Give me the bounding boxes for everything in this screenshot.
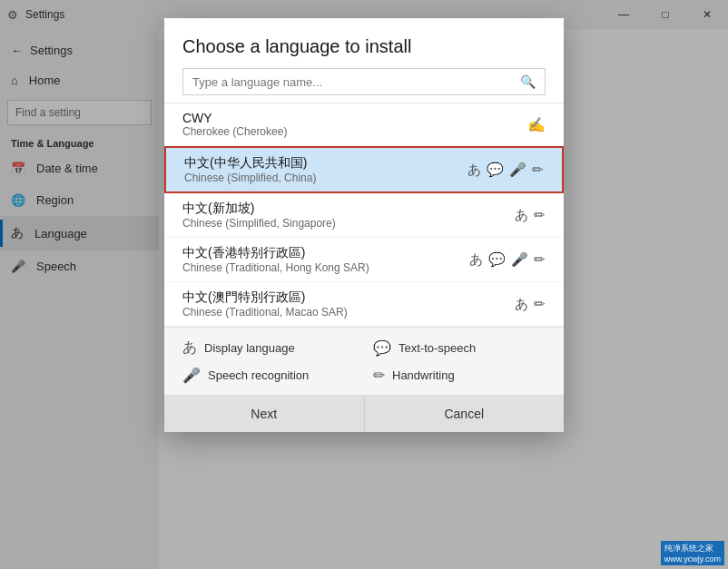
feature-handwriting: ✏ Handwriting xyxy=(373,367,546,384)
search-icon: 🔍 xyxy=(520,74,536,89)
lang-icons-zh-mo: あ ✏ xyxy=(515,296,546,313)
edit-icon-zh-mo: ✏ xyxy=(534,296,546,312)
modal-overlay: Choose a language to install 🔍 CWY Chero… xyxy=(0,0,728,569)
language-search-input[interactable] xyxy=(192,75,520,89)
dialog-buttons: Next Cancel xyxy=(164,395,564,432)
lang-name-zh-cn: 中文(中华人民共和国) xyxy=(184,155,467,172)
lang-icons-zh-sg: あ ✏ xyxy=(515,207,546,224)
text-to-speech-label: Text-to-speech xyxy=(398,341,476,355)
lang-icons-zh-cn: あ 💬 🎤 ✏ xyxy=(467,162,544,179)
handwriting-icon: ✏ xyxy=(373,367,385,384)
display-language-label: Display language xyxy=(204,341,295,355)
lang-icons-cwy: ✍ xyxy=(527,116,546,133)
language-item-zh-sg-text: 中文(新加坡) Chinese (Simplified, Singapore) xyxy=(182,201,515,230)
language-item-zh-hk[interactable]: 中文(香港特别行政區) Chinese (Traditional, Hong K… xyxy=(164,238,564,282)
edit-icon-zh-cn: ✏ xyxy=(532,162,544,178)
language-item-zh-mo-text: 中文(澳門特別行政區) Chinese (Traditional, Macao … xyxy=(182,289,515,319)
handwriting-label: Handwriting xyxy=(392,368,455,382)
edit-icon-zh-hk: ✏ xyxy=(534,251,546,268)
display-language-icon: あ xyxy=(182,338,197,358)
chat-icon-zh-cn: 💬 xyxy=(487,162,504,178)
mic-icon-zh-hk: 🎤 xyxy=(511,251,528,268)
feature-display-language: あ Display language xyxy=(182,338,355,358)
language-item-zh-hk-text: 中文(香港特别行政區) Chinese (Traditional, Hong K… xyxy=(182,245,469,274)
display-lang-icon-zh-hk: あ xyxy=(469,251,483,269)
language-item-zh-mo[interactable]: 中文(澳門特別行政區) Chinese (Traditional, Macao … xyxy=(164,282,564,327)
language-install-dialog: Choose a language to install 🔍 CWY Chero… xyxy=(164,18,564,432)
language-item-cwy-text: CWY Cherokee (Cherokee) xyxy=(182,111,527,138)
feature-speech-recognition: 🎤 Speech recognition xyxy=(182,367,355,384)
speech-recognition-icon: 🎤 xyxy=(182,367,201,384)
lang-subname-zh-cn: Chinese (Simplified, China) xyxy=(184,172,467,184)
display-lang-icon-zh-mo: あ xyxy=(515,296,528,313)
display-lang-icon-zh-sg: あ xyxy=(515,207,528,224)
feature-section: あ Display language 💬 Text-to-speech 🎤 Sp… xyxy=(164,327,564,395)
dialog-search-container: 🔍 xyxy=(182,68,546,95)
lang-icons-zh-hk: あ 💬 🎤 ✏ xyxy=(469,251,546,269)
display-lang-icon-zh-cn: あ xyxy=(467,162,481,179)
lang-subname-cwy: Cherokee (Cherokee) xyxy=(182,125,527,138)
language-item-zh-sg[interactable]: 中文(新加坡) Chinese (Simplified, Singapore) … xyxy=(164,193,564,238)
language-item-cwy[interactable]: CWY Cherokee (Cherokee) ✍ xyxy=(164,103,564,146)
lang-name-zh-mo: 中文(澳門特別行政區) xyxy=(182,289,515,306)
language-item-zh-cn-text: 中文(中华人民共和国) Chinese (Simplified, China) xyxy=(184,155,467,184)
lang-subname-zh-hk: Chinese (Traditional, Hong Kong SAR) xyxy=(182,261,469,274)
lang-name-zh-hk: 中文(香港特别行政區) xyxy=(182,245,469,261)
language-item-zh-cn[interactable]: 中文(中华人民共和国) Chinese (Simplified, China) … xyxy=(164,146,564,193)
lang-name-cwy: CWY xyxy=(182,111,527,125)
text-to-speech-icon: 💬 xyxy=(373,339,391,357)
speech-recognition-label: Speech recognition xyxy=(208,368,309,382)
dialog-title: Choose a language to install xyxy=(164,18,564,68)
feature-text-to-speech: 💬 Text-to-speech xyxy=(373,338,546,358)
edit-icon-zh-sg: ✏ xyxy=(534,207,546,223)
feature-grid: あ Display language 💬 Text-to-speech 🎤 Sp… xyxy=(182,338,546,384)
handwriting-icon-cwy: ✍ xyxy=(527,116,546,133)
lang-subname-zh-sg: Chinese (Simplified, Singapore) xyxy=(182,217,515,230)
language-list: CWY Cherokee (Cherokee) ✍ 中文(中华人民共和国) Ch… xyxy=(164,103,564,327)
next-button[interactable]: Next xyxy=(164,396,365,432)
mic-icon-zh-cn: 🎤 xyxy=(509,162,526,178)
cancel-button[interactable]: Cancel xyxy=(365,396,565,432)
watermark: 纯净系统之家www.ycwjy.com xyxy=(661,541,724,565)
chat-icon-zh-hk: 💬 xyxy=(488,251,506,268)
lang-subname-zh-mo: Chinese (Traditional, Macao SAR) xyxy=(182,306,515,319)
lang-name-zh-sg: 中文(新加坡) xyxy=(182,201,515,217)
